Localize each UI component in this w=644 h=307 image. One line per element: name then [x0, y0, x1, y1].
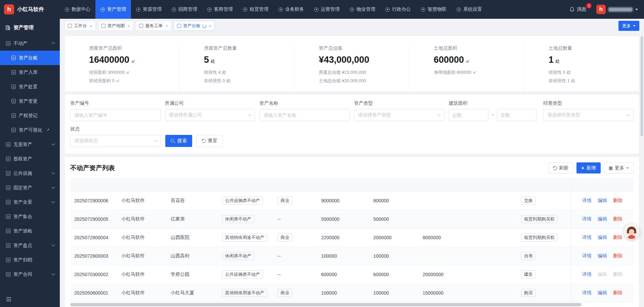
top-nav-item[interactable]: 运营管理 [309, 0, 345, 19]
delete-link[interactable]: 删除 [613, 253, 622, 259]
sidebar: 资产管理 不动产 资产台账 资产入库 资产处置 资产变更 产权登记 资产可视化 … [0, 19, 60, 307]
sidebar-item[interactable]: 资产全景 [0, 195, 60, 209]
filter-select[interactable]: 请选择所属公司 [165, 109, 255, 121]
user-menu[interactable]: h [596, 5, 638, 14]
edit-link[interactable]: 编辑 [598, 290, 607, 296]
tab-close-icon[interactable]: × [90, 23, 92, 29]
sidebar-item[interactable]: 资产盘点 [0, 238, 60, 253]
filter-select[interactable]: 请选择经营类型 [543, 109, 634, 121]
sidebar-item[interactable]: 资产合同 [0, 267, 60, 282]
top-nav-item[interactable]: 数据中心 [60, 0, 95, 19]
sidebar-item-label: 资产入库 [19, 69, 38, 75]
detail-link[interactable]: 详情 [582, 235, 592, 241]
page-tab[interactable]: 资产台账 × [174, 21, 215, 31]
chevron-icon [52, 42, 55, 46]
top-nav-item[interactable]: 业务财务 [273, 0, 309, 19]
assistant-float-button[interactable] [624, 224, 639, 240]
detail-link[interactable]: 详情 [582, 271, 592, 277]
top-nav-item[interactable]: 智慧物联 [416, 0, 452, 19]
usage-tag: 商业 [277, 289, 292, 297]
top-nav-item[interactable]: 行政办公 [380, 0, 416, 19]
delete-link[interactable]: 删除 [613, 271, 622, 277]
add-button[interactable]: + 新增 [576, 162, 600, 173]
topbar: h 小红马软件 数据中心 资产管理 资源管理 招商管理 客商管理 租赁管理 业务… [0, 0, 644, 19]
cell-operate-area: 2000000 [369, 235, 419, 240]
sidebar-item[interactable]: 公共设施 [0, 166, 60, 181]
horizontal-scrollbar[interactable] [70, 303, 632, 306]
table-row[interactable]: 2025072800003 小红马软件 山西高剑 休闲类不动产 -- 10000… [70, 247, 634, 265]
sidebar-item[interactable]: 资产入库 [0, 65, 60, 80]
table-row[interactable]: 2025072800004 小红马软件 山西医院 其他特殊用途不动产 商业 22… [70, 228, 634, 247]
edit-link[interactable]: 编辑 [598, 198, 607, 204]
horizontal-scrollbar-thumb[interactable] [70, 303, 582, 306]
sidebar-item[interactable]: 不动产 [0, 36, 60, 51]
refresh-button[interactable]: 刷新 [548, 162, 573, 173]
search-button[interactable]: 搜索 [165, 135, 192, 147]
reset-button[interactable]: 重置 [196, 135, 223, 147]
cell-build-area: 5000000 [317, 216, 369, 222]
sidebar-item[interactable]: 资产变更 [0, 94, 60, 108]
top-nav-item[interactable]: 物业管理 [345, 0, 380, 19]
top-nav-item[interactable]: 资产管理 [95, 0, 131, 19]
detail-link[interactable]: 详情 [582, 216, 592, 222]
top-nav-item[interactable]: 资源管理 [131, 0, 167, 19]
collapse-sidebar-button[interactable] [0, 292, 60, 307]
sidebar-item[interactable]: 无形资产 [0, 137, 60, 152]
sidebar-item[interactable]: 资产巡检 [0, 224, 60, 238]
table-row[interactable]: 2025072900005 小红马软件 亿家亲 休闲类不动产 -- 500000… [70, 210, 634, 228]
tab-close-icon[interactable]: × [209, 23, 212, 29]
page-tab[interactable]: 服务工单 × [136, 21, 171, 31]
delete-link[interactable]: 删除 [613, 198, 622, 204]
sidebar-item[interactable]: 资产台账 [0, 51, 60, 65]
tab-close-icon[interactable]: × [165, 23, 168, 29]
sidebar-item[interactable]: 产权登记 [0, 108, 60, 123]
table-row[interactable]: 2025072900006 小红马软件 百花谷 公共设施类不动产 商业 9000… [70, 192, 634, 210]
message-badge: 1 [586, 3, 592, 8]
sidebar-item-label: 资产处置 [19, 84, 38, 90]
filter-input[interactable] [259, 109, 350, 121]
delete-link[interactable]: 删除 [613, 290, 622, 296]
sidebar-item[interactable]: 股权资产 [0, 152, 60, 166]
table-row[interactable]: 2025070300002 小红马软件 学府公园 公共设施类不动产 -- 600… [70, 265, 634, 284]
cell-usage: 商业 [273, 289, 317, 297]
top-nav-item[interactable]: 招商管理 [167, 0, 202, 19]
tabs-more-button[interactable]: 更多 [618, 21, 639, 31]
sidebar-item[interactable]: 资产处置 [0, 80, 60, 94]
list-header: 不动产资产列表 刷新 + 新增 ▦ [70, 162, 634, 173]
range-min-input[interactable] [449, 109, 488, 121]
filter-field: 状态 请选择状态 [70, 126, 161, 147]
page-tab[interactable]: 工作台 × [65, 21, 96, 31]
filter-select[interactable]: 请选择状态 [70, 135, 161, 147]
table-row[interactable]: 2025050600001 小红马软件 小红马大厦 其他特殊用途不动产 商业 1… [70, 284, 634, 302]
range-max-input[interactable] [497, 109, 536, 121]
usage-tag: -- [277, 216, 281, 222]
edit-link[interactable]: 编辑 [598, 253, 607, 259]
sidebar-item[interactable]: 固定资产 [0, 181, 60, 195]
top-nav-item[interactable]: 客商管理 [202, 0, 238, 19]
sidebar-item[interactable]: 资产归档 [0, 253, 60, 267]
sidebar-item[interactable]: 资产集合 [0, 209, 60, 224]
detail-link[interactable]: 详情 [582, 198, 592, 204]
more-button[interactable]: ▦ 更多 [604, 162, 634, 173]
page-tab[interactable]: 资产地图 × [98, 21, 134, 31]
messages-button[interactable]: 消息 1 [569, 6, 589, 12]
filter-select[interactable]: 请选择资产类型 [354, 109, 444, 121]
filter-input[interactable] [70, 109, 161, 121]
vertical-scrollbar-thumb[interactable] [641, 36, 643, 136]
detail-link[interactable]: 详情 [582, 290, 592, 296]
delete-link[interactable]: 删除 [613, 235, 622, 241]
tab-close-icon[interactable]: × [128, 23, 130, 29]
brand[interactable]: h 小红马软件 [0, 4, 60, 14]
column-header [571, 178, 634, 192]
tab-refresh-icon[interactable] [203, 24, 206, 28]
sidebar-item-label: 资产归档 [13, 257, 32, 263]
detail-link[interactable]: 详情 [582, 253, 592, 259]
edit-link[interactable]: 编辑 [598, 235, 607, 241]
edit-link[interactable]: 编辑 [598, 271, 607, 277]
sidebar-item-label: 不动产 [13, 41, 28, 47]
sidebar-item[interactable]: 资产可视化 ↗ [0, 123, 60, 137]
delete-link[interactable]: 删除 [613, 216, 622, 222]
top-nav-item[interactable]: 租赁管理 [238, 0, 273, 19]
edit-link[interactable]: 编辑 [598, 216, 607, 222]
top-nav-item[interactable]: 系统设置 [452, 0, 487, 19]
